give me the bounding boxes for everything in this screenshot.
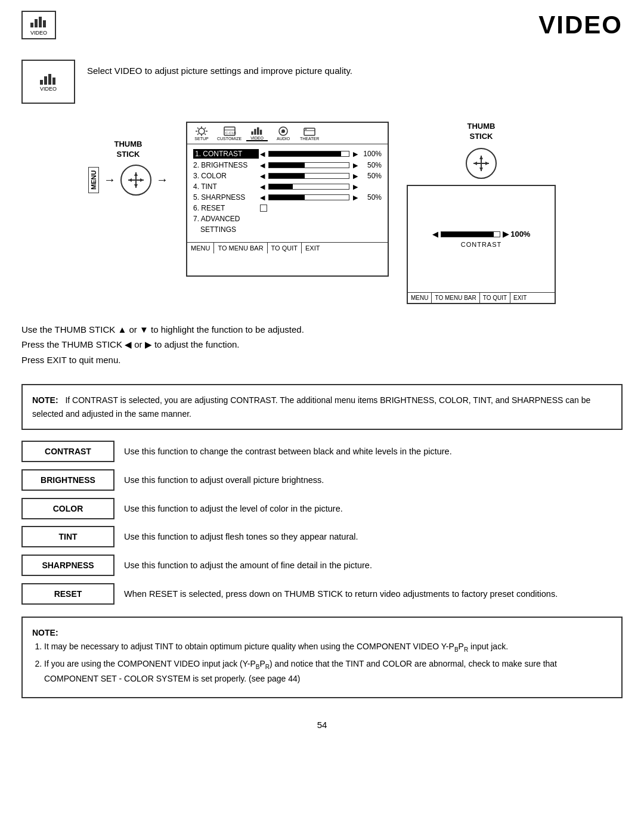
menu-bar-video: VIDEO (246, 125, 268, 141)
note-item-1: It may be necessary to adjust TINT to ob… (44, 640, 612, 655)
thumb-circle-right (466, 148, 497, 179)
feature-desc-tint: Use this function to adjust flesh tones … (114, 526, 368, 549)
right-thumb-circle-row (466, 148, 497, 179)
feature-desc-brightness: Use this function to adjust overall pict… (114, 469, 333, 492)
intro-bar-chart-icon (39, 72, 58, 86)
footer-exit: EXIT (302, 243, 323, 253)
header-bar-chart-icon (29, 14, 48, 29)
feature-desc-contrast: Use this function to change the contrast… (114, 441, 462, 463)
arrow-left-sharpness: ◀ (260, 194, 265, 202)
svg-marker-11 (134, 184, 138, 188)
tint-bar (268, 184, 349, 190)
thumb-cross-icon (127, 171, 145, 189)
svg-rect-27 (254, 129, 256, 135)
svg-rect-6 (48, 74, 51, 85)
svg-line-22 (197, 134, 199, 135)
footer-menu: MENU (187, 243, 214, 253)
menu-row-advanced: 7. ADVANCED (193, 215, 382, 223)
left-thumb-diagram: THUMB STICK MENU → → (88, 140, 168, 196)
note-label-2: NOTE: (32, 628, 58, 637)
svg-marker-40 (473, 162, 477, 165)
footer-to-menu-bar: TO MENU BAR (214, 243, 267, 253)
svg-marker-41 (485, 162, 489, 165)
menu-bar-audio: ♪ AUDIO (273, 126, 294, 141)
arrow-right-contrast: ▶ (353, 150, 358, 158)
menu-bar-theater: THEATER (299, 126, 320, 141)
feature-row-brightness: BRIGHTNESS Use this function to adjust o… (21, 469, 623, 492)
menu-row-advanced-sub: SETTINGS (193, 225, 382, 234)
menu-row-contrast-label: 1. CONTRAST (193, 149, 259, 159)
menu-bar-video-label: VIDEO (250, 136, 264, 140)
thumb-cross-icon-right (472, 154, 490, 172)
right-footer-to-menu-bar: TO MENU BAR (432, 293, 479, 303)
page-title: VIDEO (538, 11, 623, 39)
contrast-value: 100% (359, 150, 382, 158)
arrow-left-color: ◀ (260, 172, 265, 180)
feature-row-contrast: CONTRAST Use this function to change the… (21, 441, 623, 463)
color-fill (269, 174, 305, 178)
svg-rect-5 (44, 76, 47, 85)
brightness-fill (269, 163, 305, 168)
feature-section: CONTRAST Use this function to change the… (0, 441, 644, 606)
sharpness-bar (268, 194, 349, 200)
menu-bar-theater-label: THEATER (300, 137, 319, 141)
right-contrast-fill (441, 232, 494, 237)
svg-rect-2 (39, 17, 42, 27)
svg-line-19 (197, 128, 199, 129)
note-box-1: NOTE: If CONTRAST is selected, you are a… (21, 384, 623, 430)
theater-icon (303, 126, 316, 137)
svg-rect-26 (251, 131, 253, 135)
svg-marker-12 (128, 178, 132, 182)
svg-text:C-CUS: C-CUS (225, 131, 236, 135)
middle-screen: SETUP C-CUS CUSTOMIZE VIDEO (186, 122, 389, 277)
right-contrast-label: CONTRAST (461, 241, 502, 248)
arrow-left-brightness: ◀ (260, 162, 265, 169)
feature-label-reset: RESET (21, 583, 114, 605)
menu-bar-setup: SETUP (191, 126, 212, 141)
arrow-right-tint: ▶ (353, 183, 358, 191)
menu-row-reset-label: 6. RESET (193, 204, 259, 212)
svg-text:♪: ♪ (281, 129, 283, 134)
menu-row-tint: 4. TINT ◀ ▶ (193, 182, 382, 191)
menu-row-advanced-label: 7. ADVANCED (193, 215, 259, 223)
thumb-stick-label-left: THUMB STICK (114, 140, 143, 160)
menu-bar-customize-label: CUSTOMIZE (217, 137, 242, 141)
contrast-fill (269, 151, 341, 156)
svg-rect-1 (35, 19, 38, 27)
video-menu-icon (250, 125, 264, 136)
feature-row-reset: RESET When RESET is selected, press down… (21, 583, 623, 606)
reset-checkbox (260, 205, 267, 212)
right-arrow-right-icon: ▶ 100% (503, 230, 531, 239)
menu-bar-audio-label: AUDIO (277, 137, 290, 141)
menu-row-color: 3. COLOR ◀ ▶ 50% (193, 172, 382, 180)
menu-row-sharpness-label: 5. SHARPNESS (193, 193, 259, 202)
instruction-line-1: Use the THUMB STICK ▲ or ▼ to highlight … (21, 322, 623, 337)
arrow-right-sharpness: ▶ (353, 194, 358, 202)
menu-row-color-label: 3. COLOR (193, 172, 259, 180)
right-screen-footer: MENU TO MENU BAR TO QUIT EXIT (408, 292, 555, 303)
tint-fill (269, 184, 293, 189)
svg-point-14 (199, 128, 205, 134)
right-footer-menu: MENU (408, 293, 432, 303)
contrast-bar (268, 151, 349, 157)
svg-rect-4 (40, 80, 43, 85)
right-screen-content: ◀ ▶ 100% CONTRAST (408, 186, 555, 292)
arrow-left-tint: ◀ (260, 183, 265, 191)
page-header: VIDEO VIDEO (0, 0, 644, 45)
screen-menu-bar: SETUP C-CUS CUSTOMIZE VIDEO (187, 123, 388, 144)
color-bar (268, 173, 349, 179)
right-arrow-left-icon: ◀ (432, 230, 438, 239)
screen-content: 1. CONTRAST ◀ ▶ 100% 2. BRIGHTNESS ◀ ▶ 5… (187, 144, 388, 239)
svg-rect-7 (52, 78, 55, 85)
footer-to-quit: TO QUIT (268, 243, 302, 253)
header-icon-label: VIDEO (30, 30, 47, 36)
feature-label-tint: TINT (21, 526, 114, 547)
feature-row-color: COLOR Use this function to adjust the le… (21, 498, 623, 521)
arrow-right-color: ▶ (353, 172, 358, 180)
svg-line-20 (205, 134, 206, 135)
thumb-stick-label-right: THUMBSTICK (467, 122, 496, 142)
instruction-line-3: Press EXIT to quit menu. (21, 352, 623, 368)
note-text-1: If CONTRAST is selected, you are adjusti… (32, 395, 590, 418)
intro-section: VIDEO Select VIDEO to adjust picture set… (0, 45, 644, 110)
svg-point-35 (305, 129, 306, 130)
